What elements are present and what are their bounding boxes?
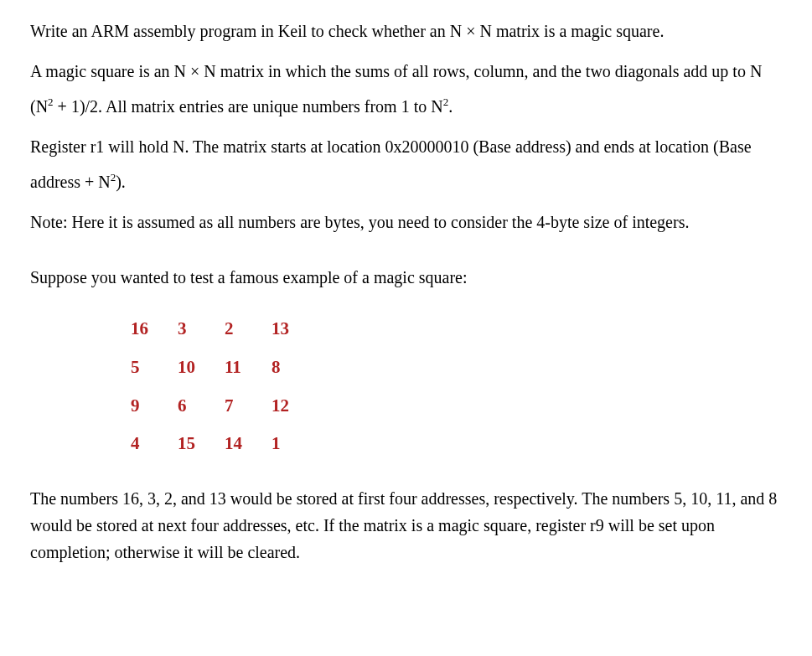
paragraph-register: Register r1 will hold N. The matrix star… (30, 129, 789, 199)
text-segment: . (448, 97, 453, 116)
paragraph-definition: A magic square is an N × N matrix in whi… (30, 54, 789, 124)
matrix-cell: 12 (272, 387, 318, 426)
paragraph-intro: Write an ARM assembly program in Keil to… (30, 13, 789, 49)
matrix-cell: 11 (225, 349, 272, 387)
paragraph-example-intro: Suppose you wanted to test a famous exam… (30, 260, 789, 295)
text-segment: Register r1 will hold N. The matrix star… (30, 137, 752, 191)
paragraph-note: Note: Here it is assumed as all numbers … (30, 204, 789, 240)
matrix-cell: 3 (178, 310, 225, 349)
matrix-cell: 9 (131, 387, 178, 426)
spacer (30, 245, 789, 260)
matrix-cell: 10 (178, 349, 225, 387)
matrix-cell: 13 (272, 310, 318, 349)
matrix-cell: 7 (225, 387, 272, 426)
document-page: Write an ARM assembly program in Keil to… (0, 0, 812, 584)
matrix-cell: 4 (131, 425, 178, 463)
matrix-cell: 16 (131, 310, 178, 349)
matrix-cell: 1 (272, 425, 318, 463)
table-row: 4 15 14 1 (131, 425, 318, 463)
table-row: 16 3 2 13 (131, 310, 318, 349)
matrix-cell: 2 (225, 310, 272, 349)
matrix-cell: 15 (178, 425, 225, 463)
matrix-cell: 5 (131, 349, 178, 387)
matrix-cell: 14 (225, 425, 272, 463)
matrix-cell: 8 (272, 349, 318, 387)
table-row: 5 10 11 8 (131, 349, 318, 387)
text-segment: + 1)/2. All matrix entries are unique nu… (54, 97, 443, 116)
magic-square-matrix: 16 3 2 13 5 10 11 8 9 6 7 12 4 15 14 1 (131, 310, 318, 463)
paragraph-closing: The numbers 16, 3, 2, and 13 would be st… (30, 485, 789, 566)
matrix-cell: 6 (178, 387, 225, 426)
text-segment: ). (116, 173, 126, 191)
table-row: 9 6 7 12 (131, 387, 318, 426)
